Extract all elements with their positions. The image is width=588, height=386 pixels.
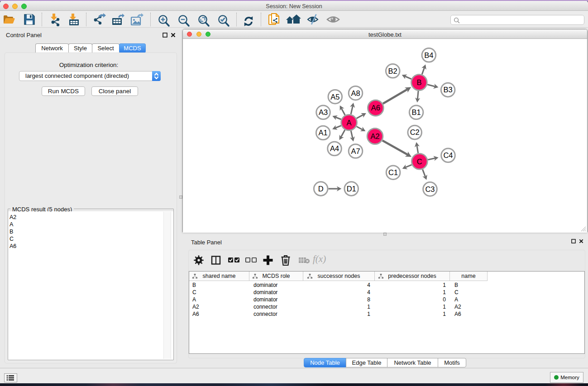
svg-text:A: A	[347, 119, 352, 127]
svg-text:C2: C2	[410, 128, 420, 136]
svg-text:D: D	[318, 185, 324, 193]
svg-text:A8: A8	[351, 89, 360, 97]
svg-text:D1: D1	[347, 185, 356, 193]
svg-text:B1: B1	[412, 108, 421, 116]
svg-text:C3: C3	[425, 185, 435, 193]
svg-text:A3: A3	[319, 108, 328, 116]
svg-text:A5: A5	[330, 93, 339, 101]
svg-text:A2: A2	[370, 132, 379, 140]
svg-text:A7: A7	[351, 147, 360, 155]
svg-text:A6: A6	[371, 104, 380, 112]
svg-text:C: C	[417, 157, 422, 166]
svg-text:B3: B3	[444, 86, 453, 94]
svg-text:B4: B4	[424, 51, 433, 59]
svg-text:A1: A1	[319, 129, 328, 137]
svg-text:A4: A4	[330, 144, 339, 152]
svg-text:C4: C4	[443, 151, 453, 159]
svg-text:B2: B2	[388, 67, 397, 75]
svg-text:B: B	[416, 78, 421, 86]
svg-text:C1: C1	[388, 168, 398, 176]
